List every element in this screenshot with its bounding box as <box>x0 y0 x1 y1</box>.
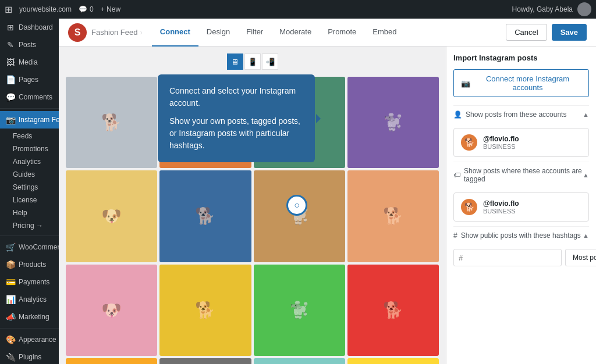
sidebar-item-media[interactable]: 🖼 Media <box>0 53 59 71</box>
section-tagged-label: Show posts where these accounts are tagg… <box>464 167 583 183</box>
section-hashtags[interactable]: # Show public posts with these hashtags … <box>453 226 589 244</box>
hashtag-row: Most popular Most recent Add <box>453 249 589 266</box>
dog-icon-11: 🐕 <box>383 301 403 320</box>
grid-cell-5: 🐕 <box>159 170 251 262</box>
sidebar-item-instagram-feeds[interactable]: 📷 Instagram Feeds <box>0 111 59 129</box>
submenu-promotions[interactable]: Promotions <box>8 142 59 155</box>
site-title: yourwebsite.com <box>19 5 72 13</box>
content-area: S Fashion Feed › Connect Design Filter M… <box>59 19 596 364</box>
tab-design[interactable]: Design <box>198 19 238 47</box>
sidebar-item-marketing[interactable]: 📣 Marketing <box>0 308 59 326</box>
grid-cell-8: 🐶 <box>66 265 157 356</box>
view-desktop-button[interactable]: 🖥 <box>227 53 243 70</box>
grid-cell-13: 🐕 <box>159 358 251 364</box>
sidebar-item-woocommerce[interactable]: 🛒 WooCommerce <box>0 238 59 256</box>
view-mobile-button[interactable]: 📲 <box>262 53 278 70</box>
dog-icon-9: 🐕 <box>195 301 215 320</box>
submenu-settings[interactable]: Settings <box>8 181 59 194</box>
sidebar-item-pages[interactable]: 📄 Pages <box>0 71 59 88</box>
grid-cell-0: 🐕 <box>66 77 157 168</box>
submenu-license[interactable]: License <box>8 194 59 206</box>
breadcrumb-sep: › <box>140 28 143 37</box>
submenu-guides[interactable]: Guides <box>8 168 59 181</box>
tooltip: Connect and select your Instagram accoun… <box>158 74 315 162</box>
tab-filter[interactable]: Filter <box>238 19 271 47</box>
panel-title: Import Instagram posts <box>453 53 589 62</box>
grid-cell-12: 🐶 <box>66 358 157 364</box>
products-icon: 📦 <box>6 260 15 269</box>
instagram-connect-icon: 📷 <box>461 79 470 88</box>
tooltip-line1: Connect and select your Instagram accoun… <box>169 85 303 109</box>
instagram-submenu: Feeds Promotions Analytics Guides Settin… <box>0 129 59 233</box>
sidebar-item-posts[interactable]: ✎ Posts <box>0 36 59 53</box>
split-content: 🖥 📱 📲 Connect and select your Instagram … <box>59 47 596 364</box>
tablet-icon: 📱 <box>248 58 257 66</box>
breadcrumb: Fashion Feed › <box>91 28 143 37</box>
sidebar-item-analytics[interactable]: 📊 Analytics <box>0 291 59 308</box>
site-name[interactable]: yourwebsite.com <box>19 5 72 13</box>
grid-cell-11: 🐕 <box>347 265 439 356</box>
chevron-up-icon-3: ▲ <box>583 232 589 239</box>
grid-cell-14: 🐩 <box>254 358 345 364</box>
connector-circle: ○ <box>286 195 307 216</box>
submenu-feeds[interactable]: Feeds <box>8 130 59 142</box>
sidebar: ⊞ Dashboard ✎ Posts 🖼 Media 📄 Pages 💬 Co… <box>0 19 59 364</box>
appearance-icon: 🎨 <box>6 335 15 344</box>
view-tablet-button[interactable]: 📱 <box>244 53 261 70</box>
nav-tabs: Connect Design Filter Moderate Promote E… <box>152 19 405 47</box>
account-card-2: 🐕 @flovio.flo BUSINESS <box>453 192 589 222</box>
dog-icon-3: 🐩 <box>383 113 403 132</box>
person-icon: 👤 <box>453 110 462 119</box>
connect-accounts-button[interactable]: 📷 Connect more Instagram accounts <box>453 69 589 97</box>
avatar-1: 🐕 <box>461 134 477 151</box>
dog-icon-7: 🐕 <box>383 206 403 226</box>
submenu-pricing[interactable]: Pricing → <box>8 219 59 232</box>
submenu-analytics[interactable]: Analytics <box>8 155 59 168</box>
avatar-icon-2: 🐕 <box>464 202 474 212</box>
submenu-help[interactable]: Help <box>8 206 59 219</box>
breadcrumb-text: Fashion Feed <box>91 28 138 37</box>
tab-promote[interactable]: Promote <box>320 19 364 47</box>
sidebar-item-plugins[interactable]: 🔌 Plugins <box>0 348 59 364</box>
dog-icon-4: 🐶 <box>101 206 122 226</box>
avatar-2: 🐕 <box>461 199 477 215</box>
avatar-icon-1: 🐕 <box>464 138 474 147</box>
account-handle-1: @flovio.flo <box>483 135 519 143</box>
wp-logo-icon[interactable]: ⊞ <box>5 4 12 15</box>
sidebar-item-dashboard[interactable]: ⊞ Dashboard <box>0 19 59 36</box>
hashtag-input[interactable] <box>453 249 562 266</box>
user-avatar <box>577 2 591 16</box>
pages-icon: 📄 <box>6 75 15 84</box>
account-card-1: 🐕 @flovio.flo BUSINESS <box>453 128 589 157</box>
sidebar-item-payments[interactable]: 💳 Payments <box>0 273 59 291</box>
account-handle-2: @flovio.flo <box>483 199 519 208</box>
tab-embed[interactable]: Embed <box>364 19 405 47</box>
dog-icon-5: 🐕 <box>195 206 215 226</box>
new-post-button[interactable]: + New <box>101 5 120 13</box>
hashtag-icon: # <box>453 231 457 240</box>
section-tagged-accounts[interactable]: 🏷 Show posts where these accounts are ta… <box>453 162 589 188</box>
sidebar-item-appearance[interactable]: 🎨 Appearance <box>0 331 59 348</box>
analytics-icon: 📊 <box>6 295 15 304</box>
sidebar-divider-3 <box>0 328 59 329</box>
section-from-label: Show posts from these accounts <box>466 110 566 119</box>
tab-moderate[interactable]: Moderate <box>271 19 320 47</box>
tab-connect[interactable]: Connect <box>152 19 198 47</box>
save-button[interactable]: Save <box>552 24 587 41</box>
sidebar-divider-2 <box>0 235 59 236</box>
hashtag-sort-select[interactable]: Most popular Most recent <box>565 249 596 266</box>
section-from-accounts[interactable]: 👤 Show posts from these accounts ▲ <box>453 105 589 123</box>
sidebar-item-products[interactable]: 📦 Products <box>0 256 59 273</box>
right-panel: Import Instagram posts 📷 Connect more In… <box>446 47 596 364</box>
sidebar-divider-1 <box>0 108 59 109</box>
woocommerce-icon: 🛒 <box>6 242 15 252</box>
grid-cell-3: 🐩 <box>347 77 439 168</box>
dog-icon-0: 🐕 <box>101 113 122 132</box>
comments-count[interactable]: 💬 0 <box>79 5 94 13</box>
desktop-icon: 🖥 <box>231 58 239 66</box>
media-icon: 🖼 <box>6 58 15 67</box>
cancel-button[interactable]: Cancel <box>506 24 547 41</box>
mobile-icon: 📲 <box>265 58 275 66</box>
sidebar-item-comments[interactable]: 💬 Comments <box>0 88 59 106</box>
account-type-2: BUSINESS <box>483 208 519 215</box>
